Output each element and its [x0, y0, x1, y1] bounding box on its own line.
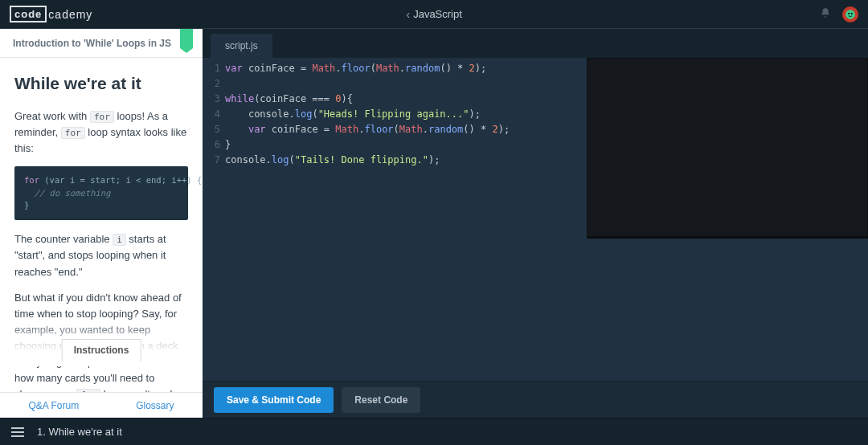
lesson-breadcrumb: Introduction to 'While' Loops in JS — [13, 38, 171, 49]
bookmark-icon[interactable] — [180, 29, 193, 48]
course-title: JavaScript — [413, 8, 462, 20]
lesson-para-2: The counter variable i starts at "start"… — [14, 231, 188, 280]
logo-box: code — [10, 6, 47, 22]
action-bar: Save & Submit Code Reset Code — [203, 381, 868, 418]
svg-point-0 — [845, 10, 855, 19]
lesson-para-1: Great work with for loops! As a reminder… — [14, 108, 188, 157]
code-for-2: for — [61, 127, 85, 139]
lesson-title: While we're at it — [14, 71, 188, 97]
editor-area: script.js 1 2 3 4 5 6 7 var coinFace = M… — [203, 29, 868, 418]
lesson-header: Introduction to 'While' Loops in JS — [0, 29, 203, 58]
menu-icon[interactable] — [11, 427, 24, 437]
save-submit-button[interactable]: Save & Submit Code — [214, 387, 334, 413]
logo[interactable]: code cademy — [10, 6, 92, 22]
lesson-body: While we're at it Great work with for lo… — [0, 58, 203, 392]
chevron-left-icon: ‹ — [406, 7, 410, 21]
glossary-link[interactable]: Glossary — [136, 400, 174, 411]
output-panel — [587, 58, 868, 239]
code-for: for — [90, 111, 114, 123]
logo-text: cademy — [48, 8, 92, 21]
top-right — [820, 6, 858, 22]
bottom-bar: 1. While we're at it — [0, 418, 868, 445]
tab-row: script.js — [203, 29, 868, 58]
svg-point-2 — [851, 12, 853, 14]
avatar[interactable] — [842, 6, 858, 22]
step-title: 1. While we're at it — [37, 426, 122, 438]
course-breadcrumb[interactable]: ‹ JavaScript — [406, 7, 462, 21]
sidebar-footer: Q&A Forum Glossary — [0, 392, 203, 418]
code-i: i — [113, 234, 126, 246]
lesson-sidebar: Introduction to 'While' Loops in JS Whil… — [0, 29, 203, 418]
line-gutter: 1 2 3 4 5 6 7 — [203, 61, 225, 381]
instructions-tab[interactable]: Instructions — [62, 339, 141, 361]
svg-point-1 — [848, 12, 850, 14]
top-bar: code cademy ‹ JavaScript — [0, 0, 868, 29]
qa-forum-link[interactable]: Q&A Forum — [28, 400, 79, 411]
notifications-icon[interactable] — [820, 7, 831, 22]
reset-code-button[interactable]: Reset Code — [342, 387, 420, 413]
file-tab[interactable]: script.js — [211, 34, 272, 58]
code-example: for (var i = start; i < end; i++) { // d… — [14, 166, 188, 220]
